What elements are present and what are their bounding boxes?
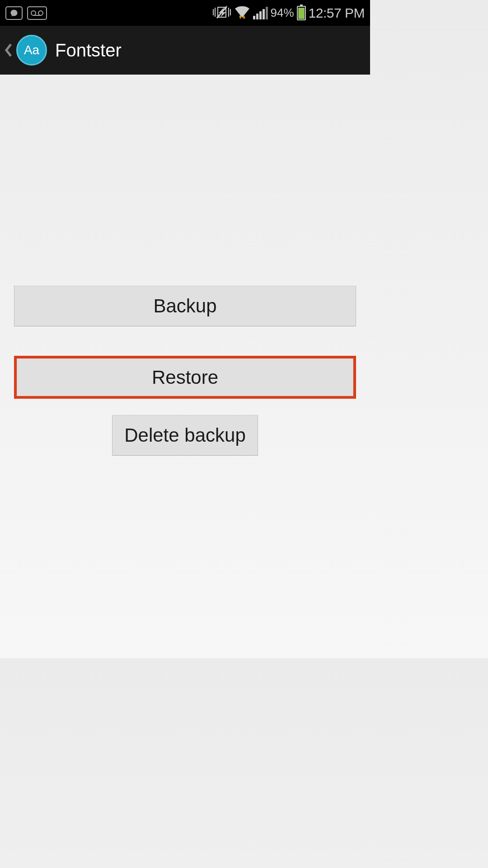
restore-highlight-box: Restore <box>14 356 356 399</box>
app-logo-text: Aa <box>24 43 39 57</box>
battery-percent: 94% <box>271 6 294 20</box>
app-bar: Aa Fontster <box>0 26 370 75</box>
delete-backup-button-label: Delete backup <box>124 425 246 446</box>
back-icon[interactable] <box>5 43 12 57</box>
clock-text: 12:57 PM <box>309 5 365 21</box>
voicemail-icon <box>27 6 47 20</box>
status-bar: 94% 12:57 PM <box>0 0 370 26</box>
app-logo-icon[interactable]: Aa <box>16 35 47 66</box>
restore-button[interactable]: Restore <box>17 359 353 396</box>
main-content: Backup Restore Delete backup <box>0 75 370 456</box>
status-left-icons <box>5 6 47 20</box>
restore-button-label: Restore <box>152 367 218 388</box>
vibrate-silent-icon <box>212 5 231 21</box>
notification-app-icon <box>5 6 23 20</box>
backup-button-label: Backup <box>153 295 216 317</box>
cell-signal-icon <box>253 7 268 19</box>
delete-backup-button[interactable]: Delete backup <box>112 415 258 456</box>
svg-point-1 <box>38 11 43 15</box>
wifi-icon <box>234 6 250 20</box>
backup-button[interactable]: Backup <box>14 286 356 326</box>
battery-icon <box>297 6 306 20</box>
status-right-icons: 94% 12:57 PM <box>212 5 365 21</box>
app-title: Fontster <box>55 40 122 61</box>
svg-point-0 <box>31 11 36 15</box>
